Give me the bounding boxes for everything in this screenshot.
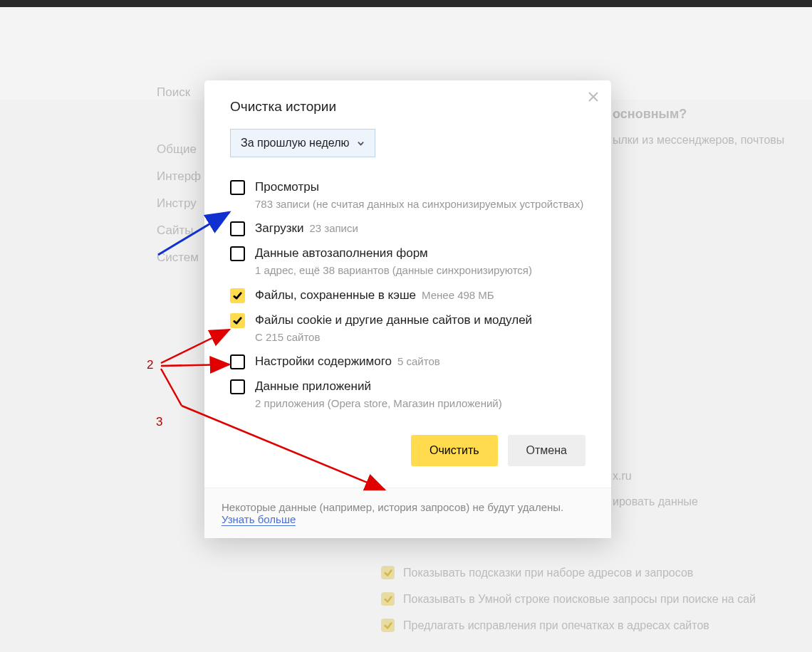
option-label: Файлы, сохраненные в кэше (255, 288, 416, 302)
option-label: Данные приложений (255, 379, 371, 393)
clear-option: Загрузки23 записи (230, 221, 585, 236)
clear-option: Просмотры783 записи (не считая данных на… (230, 180, 585, 211)
option-subtext: 5 сайтов (397, 355, 440, 367)
checkbox-icon[interactable] (381, 566, 395, 579)
bg-option-label: Показывать подсказки при наборе адресов … (403, 567, 693, 579)
dialog-footer: Некоторые данные (например, история запр… (204, 488, 611, 538)
clear-option: Настройки содержимого5 сайтов (230, 354, 585, 369)
option-label: Файлы cookie и другие данные сайтов и мо… (255, 313, 532, 327)
bg-heading: основным? (613, 107, 687, 122)
option-subtext: 783 записи (не считая данных на синхрони… (255, 197, 585, 211)
option-checkbox[interactable] (230, 379, 245, 394)
option-subtext: 1 адрес, ещё 38 вариантов (данные синхро… (255, 263, 585, 278)
clear-option: Данные приложений2 приложения (Opera sto… (230, 379, 585, 411)
cancel-button[interactable]: Отмена (508, 435, 585, 466)
checkbox-icon[interactable] (381, 592, 395, 606)
option-checkbox[interactable] (230, 313, 245, 328)
bg-option-label: Показывать в Умной строке поисковые запр… (403, 593, 756, 606)
option-subtext: Менее 498 МБ (422, 289, 494, 301)
bg-text: ылки из мессенджеров, почтовы (613, 134, 784, 147)
bg-text: x.ru (613, 470, 632, 483)
annotation-label-3: 3 (156, 415, 162, 429)
option-checkbox[interactable] (230, 288, 245, 303)
option-label: Настройки содержимого (255, 354, 392, 368)
option-label: Данные автозаполнения форм (255, 246, 428, 260)
bg-text: ировать данные (613, 495, 698, 508)
option-label: Просмотры (255, 180, 319, 194)
clear-history-dialog: Очистка истории За прошлую неделю Просмо… (204, 80, 611, 538)
checkbox-icon[interactable] (381, 619, 395, 632)
option-checkbox[interactable] (230, 354, 245, 369)
option-subtext: 23 записи (309, 222, 358, 234)
clear-button[interactable]: Очистить (411, 435, 498, 466)
learn-more-link[interactable]: Узнать больше (222, 513, 296, 526)
time-range-value: За прошлую неделю (241, 137, 350, 149)
svg-line-7 (161, 369, 182, 406)
option-subtext: 2 приложения (Opera store, Магазин прило… (255, 396, 585, 411)
option-checkbox[interactable] (230, 246, 245, 261)
time-range-select[interactable]: За прошлую неделю (230, 129, 375, 157)
dialog-title: Очистка истории (230, 99, 585, 115)
chevron-down-icon (357, 140, 365, 147)
option-checkbox[interactable] (230, 180, 245, 195)
footer-text: Некоторые данные (например, история запр… (222, 501, 563, 513)
bg-option-label: Предлагать исправления при опечатках в а… (403, 619, 709, 632)
annotation-label-2: 2 (147, 358, 153, 372)
window-titlebar (0, 0, 812, 7)
clear-option: Файлы, сохраненные в кэшеМенее 498 МБ (230, 288, 585, 303)
close-icon[interactable] (587, 90, 600, 103)
option-subtext: С 215 сайтов (255, 330, 585, 345)
clear-option: Данные автозаполнения форм1 адрес, ещё 3… (230, 246, 585, 278)
option-checkbox[interactable] (230, 221, 245, 236)
clear-option: Файлы cookie и другие данные сайтов и мо… (230, 313, 585, 345)
option-label: Загрузки (255, 221, 303, 235)
